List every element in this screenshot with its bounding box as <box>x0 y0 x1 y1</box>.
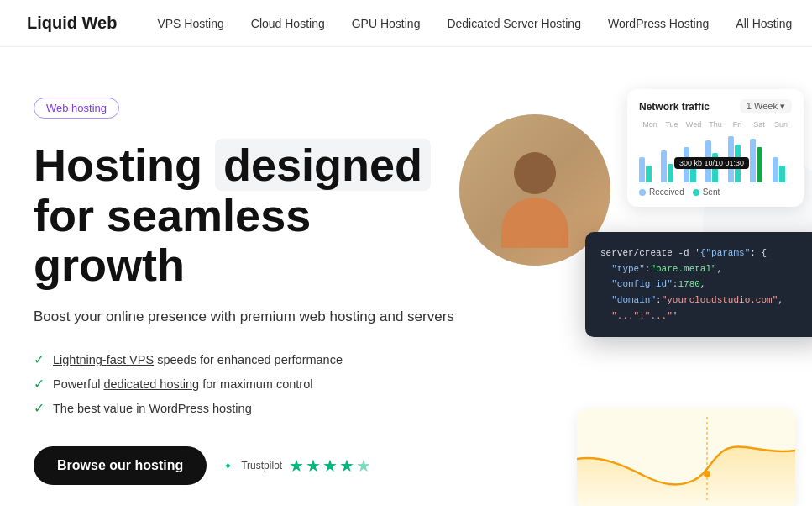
network-card-header: Network traffic 1 Week ▾ <box>639 99 792 113</box>
cta-row: Browse our hosting ✦ Trustpilot ★ ★ ★ ★ … <box>34 446 470 485</box>
trustpilot-widget: ✦ Trustpilot ★ ★ ★ ★ ★ <box>223 456 371 476</box>
feature-list: ✓ Lightning-fast VPS speeds for enhanced… <box>34 351 470 416</box>
feature-link-vps[interactable]: Lightning-fast VPS <box>53 353 154 366</box>
legend-label-sent: Sent <box>703 187 720 197</box>
feature-text-1: Lightning-fast VPS speeds for enhanced p… <box>53 353 343 366</box>
bar-sun-teal <box>779 166 785 182</box>
bar-sun-blue <box>773 157 778 182</box>
star-2: ★ <box>306 456 321 476</box>
nav-dedicated[interactable]: Dedicated Server Hosting <box>447 17 581 30</box>
hero-subheadline: Boost your online presence with premium … <box>34 306 470 328</box>
trustpilot-label: Trustpilot <box>241 460 282 472</box>
headline-part2: for seamless growth <box>34 190 311 289</box>
legend-label-received: Received <box>649 187 684 197</box>
check-icon-1: ✓ <box>34 351 45 367</box>
hero-section: Web hosting Hosting designed for seamles… <box>0 47 812 506</box>
feature-text-2: Powerful dedicated hosting for maximum c… <box>53 377 313 391</box>
star-5: ★ <box>356 456 371 476</box>
hero-tag: Web hosting <box>34 98 119 119</box>
bar-tue-blue <box>661 150 667 182</box>
headline-part1: Hosting <box>34 140 202 190</box>
feature-link-wordpress[interactable]: WordPress hosting <box>149 402 251 415</box>
day-thu: Thu <box>705 120 726 129</box>
day-tue: Tue <box>661 120 683 129</box>
legend-dot-sent <box>693 189 699 196</box>
week-selector[interactable]: 1 Week ▾ <box>740 99 792 113</box>
bar-sat-teal <box>757 147 762 182</box>
network-traffic-card: Network traffic 1 Week ▾ Mon Tue Wed Thu… <box>627 89 804 207</box>
svg-point-2 <box>704 471 710 477</box>
bar-tue-teal <box>668 164 673 182</box>
nav-links: VPS Hosting Cloud Hosting GPU Hosting De… <box>157 16 792 31</box>
code-terminal-card: server/create -d '{"params": { "type":"b… <box>585 232 812 337</box>
day-wed: Wed <box>683 120 705 129</box>
code-line-4: "domain":"yourcloudstudio.com", <box>600 293 812 308</box>
feature-item-1: ✓ Lightning-fast VPS speeds for enhanced… <box>34 351 470 367</box>
nav-cloud[interactable]: Cloud Hosting <box>251 17 325 30</box>
day-fri: Fri <box>726 120 748 129</box>
code-line-3: "config_id":1780, <box>600 277 812 293</box>
headline-highlight: designed <box>215 139 431 191</box>
feature-text-3: The best value in WordPress hosting <box>53 402 252 415</box>
nav-wordpress[interactable]: WordPress Hosting <box>608 17 709 30</box>
legend-dot-received <box>639 189 646 196</box>
day-sat: Sat <box>748 120 770 129</box>
network-title: Network traffic <box>639 101 710 113</box>
brand-logo[interactable]: Liquid Web <box>27 13 117 33</box>
day-labels: Mon Tue Wed Thu Fri Sat Sun <box>639 120 792 129</box>
bar-sat-blue <box>750 139 756 182</box>
star-1: ★ <box>289 456 304 476</box>
feature-item-2: ✓ Powerful dedicated hosting for maximum… <box>34 376 470 392</box>
nav-gpu[interactable]: GPU Hosting <box>352 17 421 30</box>
code-line-5: "...":"..."' <box>600 308 812 324</box>
legend-sent: Sent <box>693 187 720 197</box>
feature-item-3: ✓ The best value in WordPress hosting <box>34 400 470 416</box>
feature-link-dedicated[interactable]: dedicated hosting <box>103 377 199 391</box>
chart-legend: Received Sent <box>639 187 792 197</box>
legend-received: Received <box>639 187 684 197</box>
code-line-1: server/create -d '{"params": { <box>600 245 812 261</box>
cta-button[interactable]: Browse our hosting <box>34 446 207 485</box>
hero-content: Web hosting Hosting designed for seamles… <box>34 98 470 485</box>
trustpilot-stars: ★ ★ ★ ★ ★ <box>289 456 371 476</box>
nav-all[interactable]: All Hosting <box>736 17 792 30</box>
check-icon-2: ✓ <box>34 376 45 392</box>
hero-visuals: Network traffic 1 Week ▾ Mon Tue Wed Thu… <box>451 89 812 506</box>
star-3: ★ <box>322 456 338 476</box>
bar-tooltip: 300 kb 10/10 01:30 <box>674 157 749 169</box>
bar-group-sun <box>773 157 792 182</box>
check-icon-3: ✓ <box>34 400 45 416</box>
day-sun: Sun <box>770 120 792 129</box>
line-chart-svg <box>577 408 795 506</box>
graph-card <box>577 408 795 506</box>
bar-mon-teal <box>646 166 652 182</box>
bar-group-sat <box>750 139 769 182</box>
nav-vps[interactable]: VPS Hosting <box>157 17 223 30</box>
bar-mon-blue <box>639 157 645 182</box>
hero-headline: Hosting designed for seamless growth <box>34 139 470 289</box>
star-4: ★ <box>339 456 354 476</box>
bar-group-mon <box>639 157 658 182</box>
main-nav: Liquid Web VPS Hosting Cloud Hosting GPU… <box>0 0 812 47</box>
bar-chart: 300 kb 10/10 01:30 <box>639 132 792 182</box>
day-mon: Mon <box>639 120 661 129</box>
code-line-2: "type":"bare.metal", <box>600 261 812 277</box>
